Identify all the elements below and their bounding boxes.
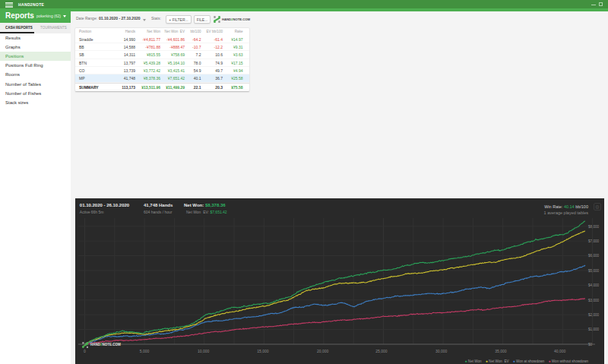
svg-text:5,000: 5,000 — [140, 349, 150, 353]
svg-text:10,000: 10,000 — [198, 349, 210, 353]
svg-text:$0: $0 — [588, 343, 593, 347]
svg-text:20,000: 20,000 — [317, 349, 329, 353]
svg-text:25,000: 25,000 — [375, 349, 388, 353]
svg-text:$8,000: $8,000 — [588, 225, 599, 229]
svg-text:40,000: 40,000 — [554, 349, 566, 353]
svg-text:$1,000: $1,000 — [588, 328, 599, 331]
svg-text:$6,000: $6,000 — [588, 254, 599, 258]
svg-text:0: 0 — [84, 349, 86, 353]
svg-text:$4,000: $4,000 — [588, 283, 599, 287]
svg-text:15,000: 15,000 — [257, 349, 269, 353]
svg-text:35,000: 35,000 — [495, 349, 507, 353]
svg-text:$5,000: $5,000 — [588, 269, 599, 273]
svg-text:$7,000: $7,000 — [588, 239, 599, 243]
svg-text:30,000: 30,000 — [435, 349, 448, 353]
svg-text:$3,000: $3,000 — [588, 299, 599, 302]
svg-text:$2,000: $2,000 — [588, 313, 599, 317]
